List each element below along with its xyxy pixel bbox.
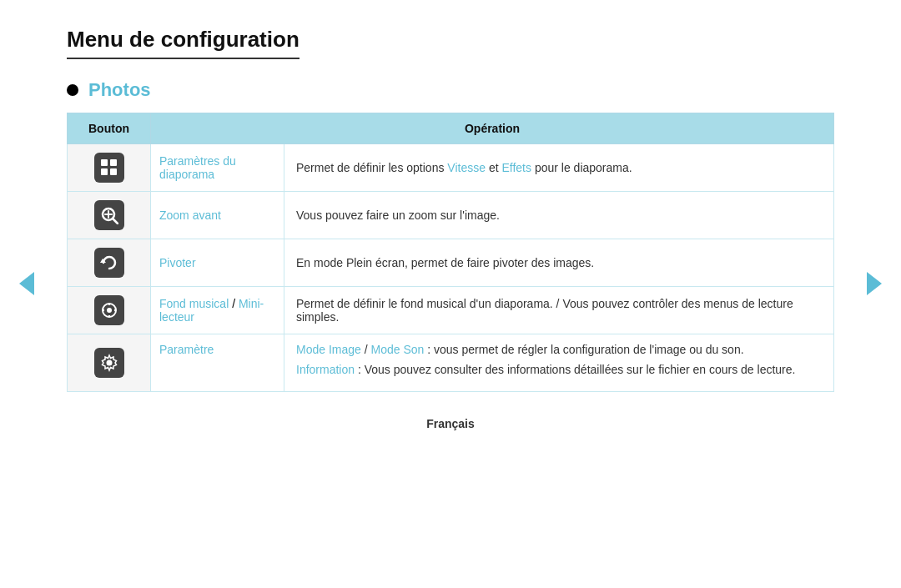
bullet-icon bbox=[67, 84, 78, 96]
parametre-icon bbox=[94, 348, 124, 378]
pivoter-label-text: Pivoter bbox=[159, 256, 196, 269]
desc-zoom: Vous pouvez faire un zoom sur l'image. bbox=[284, 192, 834, 239]
page-title: Menu de configuration bbox=[67, 27, 299, 59]
svg-rect-3 bbox=[110, 168, 117, 175]
footer-text: Français bbox=[67, 417, 834, 430]
desc-slideshow: Permet de définir les options Vitesse et… bbox=[284, 144, 834, 192]
col-header-operation: Opération bbox=[151, 113, 834, 144]
label-slideshow: Paramètres du diaporama bbox=[151, 144, 284, 192]
separator-text: / bbox=[229, 297, 239, 310]
table-row: Zoom avant Vous pouvez faire un zoom sur… bbox=[68, 192, 834, 239]
svg-rect-0 bbox=[101, 159, 108, 166]
label-fond-musical: Fond musical / Mini-lecteur bbox=[151, 287, 284, 334]
desc-parametre-block2: Information : Vous pouvez consulter des … bbox=[296, 363, 822, 376]
table-row: Paramètre Mode Image / Mode Son : vous p… bbox=[68, 334, 834, 392]
table-row: Fond musical / Mini-lecteur Permet de dé… bbox=[68, 287, 834, 334]
desc-parametre-block1: Mode Image / Mode Son : vous permet de r… bbox=[296, 343, 822, 356]
label-zoom: Zoom avant bbox=[151, 192, 284, 239]
main-table: Bouton Opération bbox=[67, 113, 834, 392]
desc-text2: : Vous pouvez consulter des informations… bbox=[355, 363, 795, 376]
mode-image-link: Mode Image bbox=[296, 343, 361, 356]
section-header: Photos bbox=[67, 79, 834, 101]
desc-fond-musical: Permet de définir le fond musical d'un d… bbox=[284, 287, 834, 334]
svg-rect-2 bbox=[101, 168, 108, 175]
table-row: Paramètres du diaporama Permet de défini… bbox=[68, 144, 834, 192]
mode-son-link: Mode Son bbox=[371, 343, 425, 356]
fond-musical-text: Fond musical bbox=[159, 297, 229, 310]
nav-left-arrow[interactable] bbox=[15, 272, 38, 295]
svg-point-10 bbox=[107, 308, 112, 313]
slideshow-label-text: Paramètres du diaporama bbox=[159, 154, 236, 181]
col-header-bouton: Bouton bbox=[68, 113, 151, 144]
label-pivoter: Pivoter bbox=[151, 239, 284, 287]
desc-text1: : vous permet de régler la configuration… bbox=[424, 343, 743, 356]
icon-cell-fond-musical bbox=[68, 287, 151, 334]
information-link: Information bbox=[296, 363, 355, 376]
nav-right-arrow[interactable] bbox=[863, 272, 886, 295]
effets-link: Effets bbox=[501, 161, 531, 174]
table-row: Pivoter En mode Plein écran, permet de f… bbox=[68, 239, 834, 287]
desc-parametre: Mode Image / Mode Son : vous permet de r… bbox=[284, 334, 834, 392]
desc-sep1: / bbox=[361, 343, 371, 356]
svg-rect-1 bbox=[110, 159, 117, 166]
left-arrow-icon bbox=[19, 272, 34, 295]
icon-cell-pivoter bbox=[68, 239, 151, 287]
icon-cell-zoom bbox=[68, 192, 151, 239]
pivoter-icon bbox=[94, 248, 124, 278]
svg-line-5 bbox=[113, 219, 118, 224]
desc-pivoter: En mode Plein écran, permet de faire piv… bbox=[284, 239, 834, 287]
zoom-label-text: Zoom avant bbox=[159, 209, 221, 222]
parametre-label-text: Paramètre bbox=[159, 343, 214, 356]
section-title: Photos bbox=[88, 79, 151, 101]
zoom-icon bbox=[94, 200, 124, 230]
right-arrow-icon bbox=[867, 272, 882, 295]
vitesse-link: Vitesse bbox=[447, 161, 486, 174]
svg-point-15 bbox=[106, 360, 112, 366]
label-parametre: Paramètre bbox=[151, 334, 284, 392]
fond-musical-icon bbox=[94, 295, 124, 325]
slideshow-icon bbox=[94, 153, 124, 183]
icon-cell-parametre bbox=[68, 334, 151, 392]
icon-cell-slideshow bbox=[68, 144, 151, 192]
